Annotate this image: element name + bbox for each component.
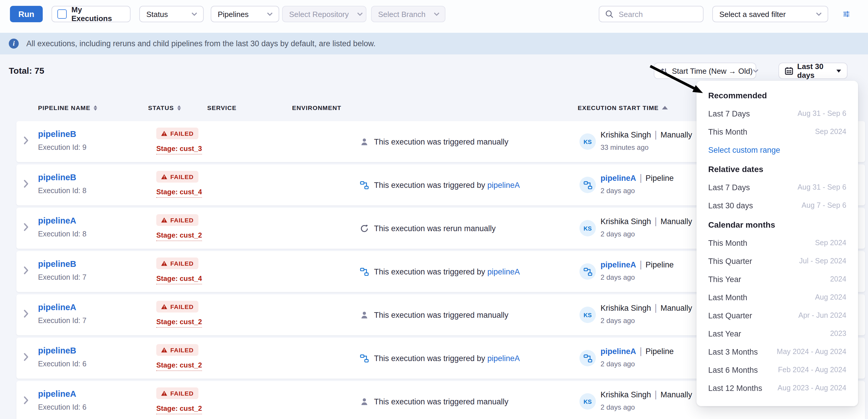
- expand-row-chevron-icon[interactable]: [23, 136, 29, 144]
- execution-id: Execution Id: 7: [38, 273, 86, 282]
- column-header-pipeline-name[interactable]: PIPELINE NAME: [38, 104, 97, 111]
- option-label: This Month: [708, 238, 747, 247]
- trigger-text: This execution was triggered by pipeline…: [374, 267, 520, 276]
- date-range-option[interactable]: Last 12 MonthsAug 2023 - Aug 2024: [708, 382, 846, 394]
- separator: |: [640, 173, 642, 183]
- execution-id: Execution Id: 9: [38, 143, 86, 152]
- option-label: Last Year: [708, 329, 741, 338]
- failed-stage-link[interactable]: Stage: cust_2: [156, 405, 202, 414]
- menu-section-header: Recommended: [708, 90, 846, 101]
- sort-dropdown[interactable]: Start Time (New → Old): [654, 63, 756, 79]
- executor-pipeline-link[interactable]: pipelineA: [600, 260, 636, 269]
- option-label: Last 7 Days: [708, 183, 750, 192]
- execution-time-ago: 2 days ago: [600, 317, 692, 325]
- date-range-option[interactable]: Last 7 DaysAug 31 - Sep 6: [708, 182, 846, 193]
- trigger-pipeline-link[interactable]: pipelineA: [487, 181, 520, 189]
- saved-filter-dropdown[interactable]: Select a saved filter: [712, 6, 828, 22]
- option-date-range: 2024: [830, 275, 846, 283]
- date-range-option[interactable]: Last 6 MonthsFeb 2024 - Aug 2024: [708, 364, 846, 376]
- option-label: This Year: [708, 275, 741, 284]
- status-badge: FAILED: [156, 128, 198, 139]
- trigger-info-cell: This execution was rerun manually: [360, 208, 496, 249]
- sort-arrows-icon: [177, 105, 181, 110]
- trigger-type: Manually: [660, 130, 692, 139]
- date-range-option[interactable]: Last Year2023: [708, 328, 846, 340]
- caret-down-icon: [836, 69, 841, 72]
- option-date-range: Sep 2024: [815, 128, 846, 136]
- my-executions-checkbox[interactable]: [57, 9, 67, 19]
- expand-row-chevron-icon[interactable]: [23, 396, 29, 405]
- pipeline-name-cell: pipelineBExecution Id: 9: [38, 129, 86, 152]
- pipeline-name-link[interactable]: pipelineA: [38, 389, 76, 398]
- chevron-down-icon: [434, 12, 440, 16]
- status-cell: FAILEDStage: cust_2: [156, 301, 202, 328]
- trigger-info-cell: This execution was triggered by pipeline…: [360, 251, 520, 292]
- option-label: Last Quarter: [708, 311, 752, 320]
- pipeline-name-link[interactable]: pipelineA: [38, 216, 76, 225]
- repository-filter-label: Select Repository: [283, 10, 349, 19]
- option-label: This Quarter: [708, 257, 752, 265]
- chevron-down-icon: [357, 12, 363, 16]
- separator: |: [655, 389, 657, 399]
- date-range-option[interactable]: Last 7 DaysAug 31 - Sep 6: [708, 108, 846, 119]
- failed-stage-link[interactable]: Stage: cust_2: [156, 318, 202, 328]
- trigger-pipeline-link[interactable]: pipelineA: [487, 354, 520, 362]
- status-filter-dropdown[interactable]: Status: [139, 6, 204, 22]
- failed-stage-link[interactable]: Stage: cust_4: [156, 188, 202, 198]
- pipeline-name-cell: pipelineAExecution Id: 7: [38, 302, 86, 325]
- pipeline-name-link[interactable]: pipelineB: [38, 259, 76, 268]
- execution-time-ago: 2 days ago: [600, 403, 692, 411]
- failed-stage-link[interactable]: Stage: cust_4: [156, 275, 202, 284]
- execution-time-ago: 2 days ago: [600, 187, 674, 195]
- trigger-type: Manually: [660, 304, 692, 313]
- column-header-status[interactable]: STATUS: [148, 104, 181, 111]
- date-range-option[interactable]: This QuarterJul - Sep 2024: [708, 255, 846, 267]
- pipeline-name-link[interactable]: pipelineB: [38, 129, 76, 139]
- failed-stage-link[interactable]: Stage: cust_3: [156, 144, 202, 155]
- date-range-option[interactable]: Last QuarterApr - Jun 2024: [708, 310, 846, 321]
- status-filter-label: Status: [140, 10, 183, 19]
- date-range-option[interactable]: This MonthSep 2024: [708, 126, 846, 137]
- pipelines-filter-dropdown[interactable]: Pipelines: [211, 6, 279, 22]
- separator: |: [655, 216, 657, 226]
- custom-range-link[interactable]: Select custom range: [708, 144, 846, 156]
- status-badge: FAILED: [156, 344, 198, 356]
- executor-pipeline-link[interactable]: pipelineA: [600, 347, 636, 356]
- date-range-option[interactable]: This MonthSep 2024: [708, 237, 846, 249]
- chevron-down-icon: [816, 12, 822, 16]
- date-range-option[interactable]: Last 3 MonthsMay 2024 - Aug 2024: [708, 346, 846, 358]
- my-executions-toggle[interactable]: My Executions: [52, 6, 130, 22]
- expand-row-chevron-icon[interactable]: [23, 223, 29, 231]
- person-icon: [360, 397, 369, 406]
- option-date-range: Jul - Sep 2024: [799, 257, 846, 265]
- calendar-icon: [785, 67, 793, 75]
- failed-stage-link[interactable]: Stage: cust_2: [156, 361, 202, 371]
- executor-pipeline-link[interactable]: pipelineA: [600, 174, 636, 183]
- expand-row-chevron-icon[interactable]: [23, 266, 29, 275]
- trigger-pipeline-link[interactable]: pipelineA: [487, 267, 520, 276]
- repository-filter-dropdown[interactable]: Select Repository: [282, 6, 366, 22]
- date-range-button[interactable]: Last 30 days: [778, 63, 847, 79]
- branch-filter-dropdown[interactable]: Select Branch: [371, 6, 445, 22]
- expand-row-chevron-icon[interactable]: [23, 180, 29, 188]
- custom-range-link-label: Select custom range: [708, 146, 780, 154]
- expand-row-chevron-icon[interactable]: [23, 353, 29, 361]
- pipeline-name-link[interactable]: pipelineA: [38, 302, 76, 312]
- column-header-service: SERVICE: [207, 104, 237, 111]
- option-label: Last 7 Days: [708, 109, 750, 118]
- run-button[interactable]: Run: [10, 6, 43, 22]
- status-cell: FAILEDStage: cust_3: [156, 128, 202, 155]
- pipeline-name-cell: pipelineBExecution Id: 8: [38, 172, 86, 195]
- search-input[interactable]: [618, 9, 690, 19]
- filter-settings-icon[interactable]: [839, 7, 854, 21]
- failed-stage-link[interactable]: Stage: cust_2: [156, 231, 202, 241]
- pipeline-name-link[interactable]: pipelineB: [38, 346, 76, 355]
- pipeline-name-link[interactable]: pipelineB: [38, 173, 76, 182]
- date-range-option[interactable]: Last 30 daysAug 7 - Sep 6: [708, 199, 846, 211]
- expand-row-chevron-icon[interactable]: [23, 310, 29, 318]
- date-range-option[interactable]: This Year2024: [708, 273, 846, 285]
- date-range-option[interactable]: Last MonthAug 2024: [708, 291, 846, 303]
- execution-id: Execution Id: 8: [38, 187, 86, 195]
- executor-name: Krishika Singh: [600, 390, 651, 399]
- column-header-execution-start-time[interactable]: EXECUTION START TIME: [578, 104, 668, 111]
